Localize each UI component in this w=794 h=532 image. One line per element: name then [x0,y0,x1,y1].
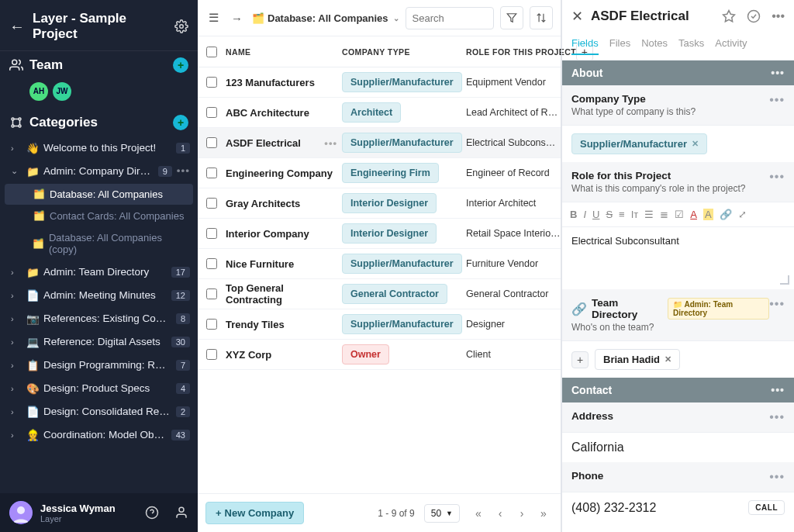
list-ul-icon[interactable]: ☰ [644,209,654,220]
row-checkbox[interactable] [198,349,226,360]
row-checkbox[interactable] [198,77,226,88]
field-more-icon[interactable]: ••• [769,410,785,424]
sidebar-item[interactable]: › 📋 Design Programming: Rooms 7 [0,354,198,377]
filter-button[interactable] [500,6,523,29]
underline-icon[interactable]: U [592,209,599,220]
bold-icon[interactable]: B [570,209,577,220]
add-team-button[interactable]: + [173,57,188,73]
panel-tab[interactable]: Fields [571,33,599,55]
star-icon[interactable] [722,9,736,23]
type-tag[interactable]: Architect [342,102,401,123]
type-tag[interactable]: Supplier/Manufacturer [342,314,462,334]
table-row[interactable]: Nice Furniture Supplier/Manufacturer Fur… [198,249,561,279]
align-icon[interactable]: ≡ [619,209,625,220]
section-more-icon[interactable]: ••• [771,384,785,396]
sidebar-item[interactable]: › 👷 Coordination: Model Objects 43 [0,423,198,447]
sidebar-sub-item[interactable]: 🗂️ Database: All Companies (copy) [5,227,193,260]
indent-icon[interactable]: Iт [631,209,639,220]
type-tag[interactable]: General Contractor [342,284,447,304]
search-input[interactable] [406,7,494,29]
field-more-icon[interactable]: ••• [769,170,785,194]
sidebar-item[interactable]: › 📷 References: Existing Conditions 8 [0,307,198,330]
first-page-button[interactable]: « [469,504,488,523]
panel-tab[interactable]: Tasks [678,33,704,55]
table-row[interactable]: Top General Contracting General Contract… [198,279,561,309]
type-tag[interactable]: Interior Designer [342,223,437,244]
field-address-body[interactable]: California [562,433,794,462]
row-checkbox[interactable] [198,258,226,269]
row-more-icon[interactable]: ••• [324,137,337,149]
table-row[interactable]: Trendy Tiles Supplier/Manufacturer Desig… [198,309,561,340]
add-category-button[interactable]: + [173,115,188,130]
strike-icon[interactable]: S [606,209,613,220]
breadcrumb[interactable]: 🗂️ Database: All Companies ⌄ [252,12,399,24]
company-type-chip[interactable]: Supplier/Manufacturer ✕ [571,133,707,154]
new-company-button[interactable]: + New Company [205,502,304,524]
sidebar-item[interactable]: › 📄 Admin: Meeting Minutes 12 [0,284,198,307]
row-checkbox[interactable] [198,107,226,118]
check-circle-icon[interactable] [747,9,761,23]
table-row[interactable]: Engineering Company Engineering Firm Eng… [198,158,561,188]
item-more-icon[interactable]: ••• [177,165,190,177]
call-button[interactable]: CALL [748,500,785,515]
add-team-member-button[interactable]: + [571,351,589,368]
more-icon[interactable]: ••• [772,9,785,23]
sort-button[interactable] [530,6,553,29]
link-icon[interactable]: 🔗 [720,209,732,220]
gear-icon[interactable] [174,19,188,33]
remove-chip-icon[interactable]: ✕ [665,354,671,364]
type-tag[interactable]: Interior Designer [342,193,437,213]
field-company-type-body[interactable]: Supplier/Manufacturer ✕ [562,126,794,162]
type-tag[interactable]: Supplier/Manufacturer [342,72,462,92]
col-type[interactable]: COMPANY TYPE [342,47,466,57]
team-directory-tag[interactable]: 📁 Admin: Team Directory [668,298,769,320]
row-checkbox[interactable] [198,228,226,239]
expand-icon[interactable]: ⤢ [738,209,747,220]
sidebar-item[interactable]: › 🎨 Design: Product Specs 4 [0,377,198,400]
type-tag[interactable]: Supplier/Manufacturer [342,133,462,153]
panel-tab[interactable]: Notes [641,33,668,55]
list-ol-icon[interactable]: ≣ [660,209,668,220]
page-size-select[interactable]: 50 ▼ [424,504,460,523]
checklist-icon[interactable]: ☑ [675,209,684,220]
row-checkbox[interactable] [198,319,226,330]
section-more-icon[interactable]: ••• [771,67,785,79]
account-icon[interactable] [174,506,188,520]
field-more-icon[interactable]: ••• [769,470,785,484]
avatar[interactable]: JW [53,82,71,101]
type-tag[interactable]: Engineering Firm [342,163,439,183]
field-role-body[interactable]: Electrical Subconsultant [562,227,794,289]
type-tag[interactable]: Owner [342,344,389,364]
table-row[interactable]: ABC Architecture Architect Lead Architec… [198,98,561,128]
user-avatar[interactable] [9,501,33,524]
panel-tab[interactable]: Files [609,33,630,55]
forward-icon[interactable]: → [228,9,246,28]
sidebar-item[interactable]: › 💻 Reference: Digital Assets 30 [0,330,198,354]
remove-chip-icon[interactable]: ✕ [692,139,699,149]
sidebar-item[interactable]: › 👋 Welcome to this Project! 1 [0,136,198,160]
table-row[interactable]: XYZ Corp Owner Client [198,340,561,370]
sidebar-item[interactable]: › 📁 Admin: Team Directory 17 [0,261,198,284]
field-more-icon[interactable]: ••• [769,93,785,117]
back-icon[interactable]: ← [9,18,25,36]
table-row[interactable]: Interior Company Interior Designer Retai… [198,219,561,249]
close-icon[interactable]: ✕ [571,8,583,25]
row-checkbox[interactable] [198,198,226,209]
sidebar-sub-item[interactable]: 🗂️ Database: All Companies [5,184,193,205]
sidebar-item[interactable]: ⌄ 📁 Admin: Company Directory 9 ••• [0,160,198,183]
help-icon[interactable] [145,506,159,520]
col-role[interactable]: ROLE FOR THIS PROJECT [466,47,576,57]
last-page-button[interactable]: » [534,504,553,523]
avatar[interactable]: AH [29,82,48,101]
field-more-icon[interactable]: ••• [769,297,785,333]
panel-tab[interactable]: Activity [715,33,747,55]
table-row[interactable]: ASDF Electrical••• Supplier/Manufacturer… [198,128,561,158]
text-color-icon[interactable]: A [690,209,697,220]
menu-icon[interactable]: ☰ [205,8,222,28]
italic-icon[interactable]: I [583,209,586,220]
select-all-checkbox[interactable] [198,47,226,57]
row-checkbox[interactable] [198,137,226,148]
next-page-button[interactable]: › [513,504,531,523]
type-tag[interactable]: Supplier/Manufacturer [342,254,462,274]
sidebar-item[interactable]: › 📄 Design: Consolidated Reports 2 [0,400,198,423]
